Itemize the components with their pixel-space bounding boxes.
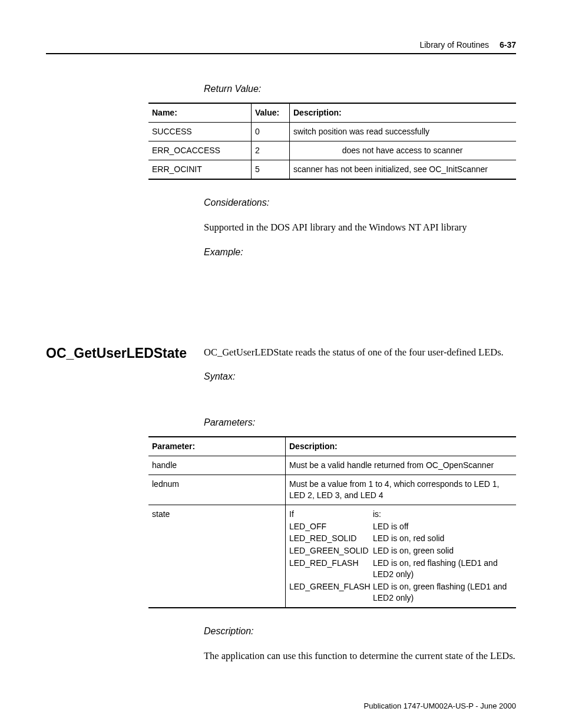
return-desc: scanner has not been initialized, see OC… bbox=[290, 160, 517, 179]
header-section-title: Library of Routines bbox=[419, 40, 489, 50]
state-key: LED_RED_FLASH bbox=[289, 558, 372, 580]
return-table-row: ERR_OCACCESS 2 does not have access to s… bbox=[148, 141, 516, 160]
state-key: LED_GREEN_FLASH bbox=[289, 581, 372, 604]
state-value: LED is off bbox=[373, 521, 511, 532]
return-desc: does not have access to scanner bbox=[290, 141, 517, 160]
footer-publication: Publication 1747-UM002A-US-P - June 2000 bbox=[364, 701, 516, 710]
return-value-table: Name: Value: Description: SUCCESS 0 swit… bbox=[148, 103, 516, 180]
param-table-row: handle Must be a valid handle returned f… bbox=[148, 456, 516, 475]
heading-considerations: Considerations: bbox=[204, 197, 516, 208]
section-intro: OC_GetUserLEDState reads the status of o… bbox=[204, 346, 504, 359]
header-section-number: 6-37 bbox=[500, 40, 516, 50]
param-name: state bbox=[148, 505, 286, 608]
heading-example: Example: bbox=[204, 247, 516, 258]
param-table-row: state If is: LED_OFF LED is off LED_RED_… bbox=[148, 505, 516, 608]
return-table-head-name: Name: bbox=[148, 103, 252, 122]
running-header: Library of Routines 6-37 bbox=[46, 40, 516, 54]
description-text: The application can use this function to… bbox=[204, 650, 516, 663]
param-table-row: lednum Must be a value from 1 to 4, whic… bbox=[148, 475, 516, 505]
return-value: 2 bbox=[252, 141, 290, 160]
state-value: LED is on, red flashing (LED1 and LED2 o… bbox=[373, 558, 511, 580]
heading-parameters: Parameters: bbox=[204, 417, 516, 428]
section-oc-getuserledstate: OC_GetUserLEDState OC_GetUserLEDState re… bbox=[46, 346, 516, 361]
state-key: LED_OFF bbox=[289, 521, 372, 532]
parameters-table: Parameter: Description: handle Must be a… bbox=[148, 436, 516, 608]
heading-return-value: Return Value: bbox=[204, 84, 516, 94]
param-table-head-param: Parameter: bbox=[148, 437, 286, 456]
return-name: ERR_OCACCESS bbox=[148, 141, 252, 160]
return-name: SUCCESS bbox=[148, 122, 252, 141]
param-table-head-desc: Description: bbox=[286, 437, 517, 456]
return-name: ERR_OCINIT bbox=[148, 160, 252, 179]
param-name: lednum bbox=[148, 475, 286, 505]
state-key: LED_GREEN_SOLID bbox=[289, 545, 372, 556]
return-table-row: SUCCESS 0 switch position was read succe… bbox=[148, 122, 516, 141]
param-desc: If is: LED_OFF LED is off LED_RED_SOLID … bbox=[286, 505, 517, 608]
state-value: LED is on, red solid bbox=[373, 533, 511, 544]
considerations-text: Supported in the DOS API library and the… bbox=[204, 221, 516, 234]
state-key: LED_RED_SOLID bbox=[289, 533, 372, 544]
heading-syntax: Syntax: bbox=[204, 371, 516, 382]
state-value: LED is on, green flashing (LED1 and LED2… bbox=[373, 581, 511, 604]
return-value: 0 bbox=[252, 122, 290, 141]
return-desc: switch position was read successfully bbox=[290, 122, 517, 141]
return-value: 5 bbox=[252, 160, 290, 179]
return-table-row: ERR_OCINIT 5 scanner has not been initia… bbox=[148, 160, 516, 179]
page: Library of Routines 6-37 Return Value: N… bbox=[0, 0, 562, 728]
param-name: handle bbox=[148, 456, 286, 475]
param-desc: Must be a valid handle returned from OC_… bbox=[286, 456, 517, 475]
state-if-label: If bbox=[289, 509, 372, 520]
param-desc: Must be a value from 1 to 4, which corre… bbox=[286, 475, 517, 505]
return-table-head-desc: Description: bbox=[290, 103, 517, 122]
return-table-head-value: Value: bbox=[252, 103, 290, 122]
state-value: LED is on, green solid bbox=[373, 545, 511, 556]
heading-description: Description: bbox=[204, 626, 516, 637]
state-is-label: is: bbox=[373, 509, 511, 520]
section-title: OC_GetUserLEDState bbox=[46, 346, 204, 361]
